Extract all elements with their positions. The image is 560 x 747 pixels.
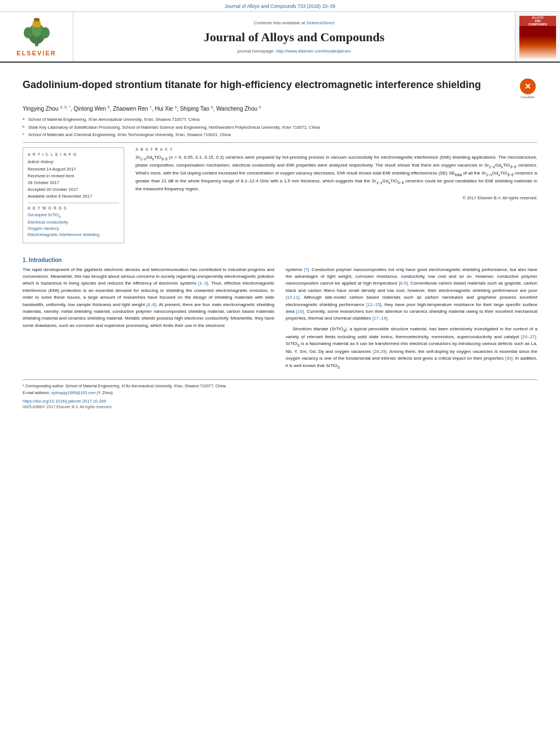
journal-name: Journal of Alloys and Compounds: [204, 30, 384, 45]
email-suffix: (Y. Zhou).: [97, 391, 113, 395]
intro-para-1: The rapid development of the gigahertz e…: [23, 267, 274, 330]
abstract-title: A B S T R A C T: [135, 147, 537, 151]
homepage-url[interactable]: http://www.elsevier.com/locate/jalcom: [276, 49, 351, 54]
journal-header: ELSEVIER Contents lists available at Sci…: [0, 12, 560, 63]
article-info-title: A R T I C L E I N F O: [28, 152, 119, 156]
affiliation-c: c School of Materials and Chemical Engin…: [23, 132, 537, 138]
author-yingying: Yingying Zhou a, b, *,: [23, 106, 72, 112]
abstract-column: A B S T R A C T Sr1−xGdxTiO3−δ (x = 0, 0…: [135, 147, 537, 249]
ref-12-15: [12–15]: [366, 302, 382, 307]
available-date: Available online 6 November 2017: [28, 193, 119, 200]
elsevier-label: ELSEVIER: [16, 50, 56, 56]
journal-reference: Journal of Alloys and Compounds 733 (201…: [225, 3, 335, 9]
keyword-2: Electrical conductivity: [28, 220, 119, 225]
article-info-column: A R T I C L E I N F O Article history: R…: [23, 147, 124, 249]
sciencedirect-link[interactable]: ScienceDirect: [307, 20, 334, 25]
ref-1-3: [1–3]: [198, 281, 208, 286]
author-wancheng: Wancheng Zhou b: [216, 106, 261, 112]
crossmark-label: CrossMark: [520, 95, 534, 99]
elsevier-logo-section: ELSEVIER: [0, 12, 73, 62]
journal-cover-image: ALLOYSANDCOMPOUNDS: [515, 12, 560, 62]
ai-divider: [28, 203, 119, 203]
page: Journal of Alloys and Compounds 733 (201…: [0, 0, 560, 747]
ref-4-6: [4–6]: [146, 302, 156, 307]
cover-placeholder: ALLOYSANDCOMPOUNDS: [519, 16, 556, 58]
ref-8-9: [8,9]: [399, 281, 408, 286]
crossmark-icon: ✕: [520, 78, 536, 94]
body-col-right: systems [7]. Conductive polymer nanocomp…: [286, 267, 537, 374]
affiliation-b: b State Key Laboratory of Solidification…: [23, 124, 537, 130]
keyword-1: Gd-doped SrTiO3: [28, 212, 119, 219]
abstract-text: Sr1−xGdxTiO3−δ (x = 0, 0.05, 0.1, 0.15, …: [135, 154, 537, 193]
affiliation-a: a School of Material Engineering, Xi'an …: [23, 116, 537, 123]
footnote-area: * Corresponding author. School of Materi…: [23, 379, 537, 409]
article-title-section: Gadolinium-doped strontium titanate for …: [23, 78, 537, 99]
ref-16: [16]: [296, 309, 304, 314]
keywords-title: K E Y W O R D S: [28, 206, 119, 210]
author-hui: Hui Xie a,: [155, 106, 178, 112]
footnote-star: * Corresponding author. School of Materi…: [23, 383, 537, 390]
cover-top: ALLOYSANDCOMPOUNDS: [519, 16, 556, 26]
svg-point-3: [24, 27, 33, 38]
author-qinlong: Qinlong Wen b,: [73, 106, 111, 112]
introduction-title: 1. Introduction: [23, 257, 537, 263]
keyword-4: Electromagnetic interference shielding: [28, 232, 119, 237]
cover-bottom: [519, 26, 556, 58]
intro-para-3: Strontium titanate (SrTiO3), a typical p…: [286, 326, 537, 370]
doi-line[interactable]: https://doi.org/10.1016/j.jallcom.2017.1…: [23, 399, 537, 404]
footnote-email: E-mail address: xyzkappy1889@163.com (Y.…: [23, 390, 537, 396]
article-info-box: A R T I C L E I N F O Article history: R…: [23, 147, 124, 243]
received-date: Received 14 August 2017: [28, 166, 119, 173]
body-two-col: The rapid development of the gigahertz e…: [23, 267, 537, 374]
info-abstract-section: A R T I C L E I N F O Article history: R…: [23, 147, 537, 249]
article-dates: Received 14 August 2017 Received in revi…: [28, 166, 119, 200]
author-zhaowen: Zhaowen Ren c,: [113, 106, 153, 112]
email-label: E-mail address:: [23, 391, 50, 395]
journal-title-section: Contents lists available at ScienceDirec…: [73, 12, 515, 62]
top-bar: Journal of Alloys and Compounds 733 (201…: [0, 0, 560, 12]
intro-para-2: systems [7]. Conductive polymer nanocomp…: [286, 267, 537, 322]
received-revised-date: Received in revised form: [28, 173, 119, 180]
elsevier-tree-icon: [17, 17, 56, 48]
svg-rect-6: [33, 21, 41, 27]
email-address[interactable]: xyzkappy1889@163.com: [51, 391, 96, 395]
keyword-3: Oxygen vacancy: [28, 226, 119, 231]
ref-7: [7]: [304, 267, 309, 272]
ref-17-19: [17–19]: [372, 316, 387, 321]
main-content: Gadolinium-doped strontium titanate for …: [0, 63, 560, 420]
body-col-left: The rapid development of the gigahertz e…: [23, 267, 274, 374]
authors-line: Yingying Zhou a, b, *, Qinlong Wen b, Zh…: [23, 104, 537, 113]
homepage-line: journal homepage: http://www.elsevier.co…: [237, 49, 351, 54]
article-title: Gadolinium-doped strontium titanate for …: [23, 78, 512, 91]
ref-10-11: [10,11]: [286, 295, 299, 300]
article-history-label: Article history:: [28, 159, 119, 164]
contents-line: Contents lists available at ScienceDirec…: [254, 20, 334, 25]
crossmark-section: ✕ CrossMark: [518, 78, 537, 99]
issn-line: 0925-8388/© 2017 Elsevier B.V. All right…: [23, 405, 537, 409]
divider-1: [23, 142, 537, 143]
copyright-line: © 2017 Elsevier B.V. All rights reserved…: [135, 195, 537, 200]
ref-30: [30]: [505, 356, 513, 361]
author-shiping: Shiping Tao a,: [180, 106, 215, 112]
received-revised-date2: 28 October 2017: [28, 180, 119, 186]
affiliations: a School of Material Engineering, Xi'an …: [23, 116, 537, 138]
accepted-date: Accepted 30 October 2017: [28, 186, 119, 193]
ref-20-27: [20–27]: [521, 334, 536, 339]
ref-28-29: [28,29]: [373, 349, 386, 354]
svg-point-4: [41, 27, 50, 38]
abstract-section: A B S T R A C T Sr1−xGdxTiO3−δ (x = 0, 0…: [135, 147, 537, 200]
